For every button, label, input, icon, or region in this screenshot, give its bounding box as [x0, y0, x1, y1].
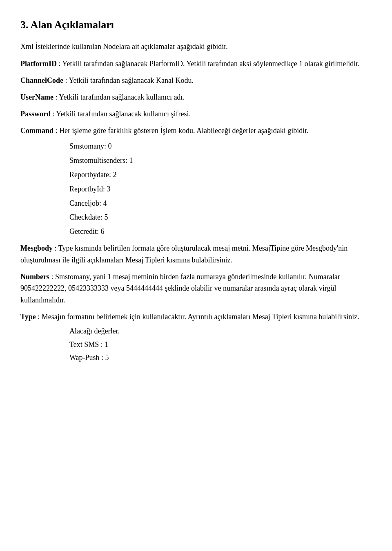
numbers-text: Numbers : Smstomany, yani 1 mesaj metnin… — [20, 271, 372, 306]
type-text: Type : Mesajın formatını belirlemek için… — [20, 311, 372, 323]
command-value-4: Canceljob: 4 — [69, 198, 372, 209]
channelcode-label: ChannelCode — [20, 76, 63, 84]
command-value-2: Reportbydate: 2 — [69, 169, 372, 181]
command-values-list: Smstomany: 0 Smstomultisenders: 1 Report… — [69, 140, 372, 238]
platformid-desc: : Yetkili tarafından sağlanacak Platform… — [57, 60, 360, 68]
channelcode-desc: : Yetkili tarafından sağlanacak Kanal Ko… — [63, 76, 194, 84]
type-value-0: Text SMS : 1 — [69, 339, 372, 351]
type-value-1: Wap-Push : 5 — [69, 352, 372, 364]
command-value-1: Smstomultisenders: 1 — [69, 155, 372, 167]
platformid-text: PlatformID : Yetkili tarafından sağlanac… — [20, 58, 372, 70]
password-desc: : Yetkili tarafından sağlanacak kullanıc… — [51, 110, 191, 118]
intro-section: Xml İsteklerinde kullanılan Nodelara ait… — [20, 41, 372, 53]
type-desc: : Mesajın formatını belirlemek için kull… — [36, 313, 359, 321]
command-value-5: Checkdate: 5 — [69, 211, 372, 223]
mesgbody-text: Mesgbody : Type kısmında belirtilen form… — [20, 242, 372, 266]
command-desc: : Her işleme göre farklılık gösteren İşl… — [53, 127, 309, 135]
command-text: Command : Her işleme göre farklılık göst… — [20, 125, 372, 137]
username-label: UserName — [20, 93, 53, 101]
channelcode-block: ChannelCode : Yetkili tarafından sağlana… — [20, 75, 372, 87]
numbers-desc: : Smstomany, yani 1 mesaj metninin birde… — [20, 273, 340, 304]
type-values-list: Alacağı değerler. Text SMS : 1 Wap-Push … — [69, 325, 372, 364]
numbers-label: Numbers — [20, 273, 49, 281]
password-text: Password : Yetkili tarafından sağlanacak… — [20, 108, 372, 120]
type-values-intro: Alacağı değerler. — [69, 325, 372, 337]
password-label: Password — [20, 110, 51, 118]
mesgbody-block: Mesgbody : Type kısmında belirtilen form… — [20, 242, 372, 266]
username-text: UserName : Yetkili tarafından sağlanacak… — [20, 91, 372, 103]
mesgbody-label: Mesgbody — [20, 244, 53, 252]
platformid-label: PlatformID — [20, 60, 57, 68]
type-label: Type — [20, 313, 36, 321]
password-block: Password : Yetkili tarafından sağlanacak… — [20, 108, 372, 120]
intro-text: Xml İsteklerinde kullanılan Nodelara ait… — [20, 41, 372, 53]
command-value-3: ReportbyId: 3 — [69, 183, 372, 195]
command-block: Command : Her işleme göre farklılık göst… — [20, 125, 372, 238]
page-heading: 3. Alan Açıklamaları — [20, 16, 372, 33]
username-block: UserName : Yetkili tarafından sağlanacak… — [20, 91, 372, 103]
command-value-6: Getcredit: 6 — [69, 226, 372, 238]
numbers-block: Numbers : Smstomany, yani 1 mesaj metnin… — [20, 271, 372, 306]
type-block: Type : Mesajın formatını belirlemek için… — [20, 311, 372, 364]
platformid-block: PlatformID : Yetkili tarafından sağlanac… — [20, 58, 372, 70]
channelcode-text: ChannelCode : Yetkili tarafından sağlana… — [20, 75, 372, 87]
command-value-0: Smstomany: 0 — [69, 140, 372, 152]
username-desc: : Yetkili tarafından sağlanacak kullanıc… — [53, 93, 185, 101]
mesgbody-desc: : Type kısmında belirtilen formata göre … — [20, 244, 347, 264]
command-label: Command — [20, 127, 53, 135]
